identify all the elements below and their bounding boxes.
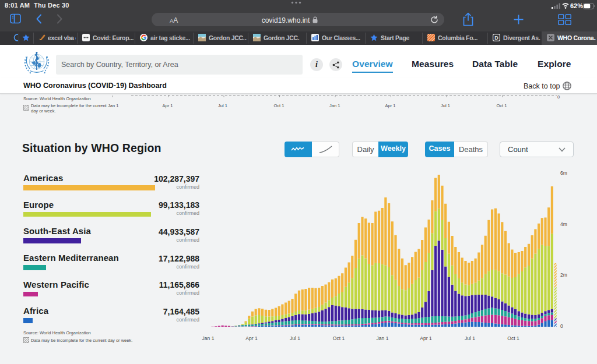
svg-text:4m: 4m [560,221,567,227]
svg-text:Apr 1: Apr 1 [245,335,258,341]
svg-text:Jan 1: Jan 1 [202,335,215,341]
svg-text:Jul 1: Jul 1 [290,335,300,341]
svg-text:6m: 6m [560,170,567,176]
svg-text:0: 0 [560,323,563,329]
svg-text:D: D [494,35,498,41]
svg-text:Jul 1: Jul 1 [465,335,475,341]
svg-text:Oct 1: Oct 1 [333,335,345,341]
svg-text:Apr 1: Apr 1 [420,335,432,341]
svg-text:Oct 1: Oct 1 [507,335,519,341]
svg-text:2m: 2m [560,272,567,278]
svg-text:Jan 1: Jan 1 [377,335,389,341]
